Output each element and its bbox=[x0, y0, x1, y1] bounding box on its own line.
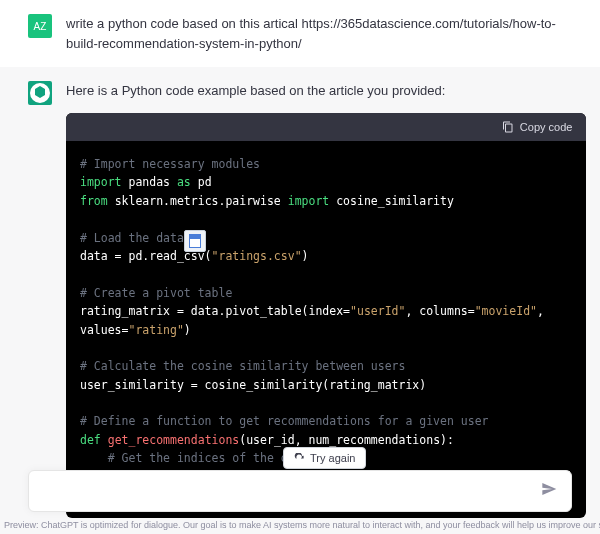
send-button[interactable] bbox=[541, 481, 557, 501]
try-again-button[interactable]: Try again bbox=[283, 447, 366, 469]
openai-icon bbox=[28, 81, 52, 105]
input-bar[interactable] bbox=[28, 470, 572, 512]
send-icon bbox=[541, 481, 557, 497]
copy-label: Copy code bbox=[520, 119, 573, 136]
bot-avatar bbox=[28, 81, 52, 105]
refresh-icon bbox=[294, 453, 305, 464]
assistant-intro: Here is a Python code example based on t… bbox=[66, 81, 586, 101]
message-input[interactable] bbox=[43, 484, 541, 499]
drag-cursor-icon bbox=[184, 230, 206, 252]
user-avatar: AZ bbox=[28, 14, 52, 38]
copy-code-button[interactable]: Copy code bbox=[66, 113, 586, 142]
clipboard-icon bbox=[502, 121, 514, 133]
footer-disclaimer: Preview: ChatGPT is optimized for dialog… bbox=[0, 520, 600, 530]
user-text: write a python code based on this artica… bbox=[66, 14, 572, 53]
try-again-label: Try again bbox=[310, 452, 355, 464]
user-message: AZ write a python code based on this art… bbox=[0, 0, 600, 67]
